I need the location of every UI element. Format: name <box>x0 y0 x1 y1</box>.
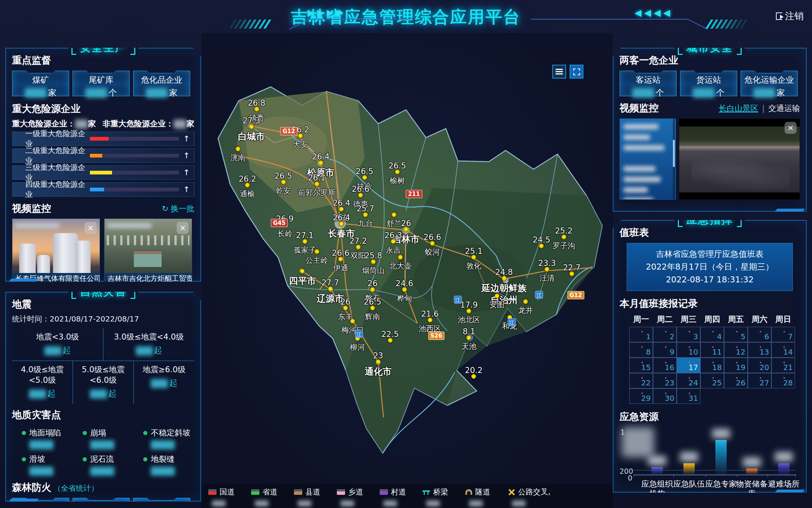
camera-thumbnail-1[interactable]: ×吉林市吉化北方炬醌工贸责任... <box>104 218 192 284</box>
camera-list-item-2[interactable] <box>624 144 670 149</box>
calendar-day-16[interactable]: 16 <box>653 358 677 373</box>
hazard-summary-item-0: 重大危险源企业：家 <box>12 118 96 129</box>
logout-label: 注销 <box>785 10 804 22</box>
camera-list-scrollbar[interactable] <box>673 119 675 199</box>
calendar-day-7[interactable]: 7 <box>771 327 795 342</box>
video-player[interactable]: × <box>679 118 800 200</box>
calendar-heading: 本月值班接报记录 <box>620 297 800 310</box>
city-label-24: 烟筒山 <box>362 265 385 276</box>
calendar-day-31[interactable]: 31 <box>677 388 700 404</box>
legend-item-桥梁[interactable]: 桥梁 <box>423 487 465 506</box>
card-notch <box>86 498 116 500</box>
calendar-day-12[interactable]: 12 <box>724 342 748 358</box>
camera-list-item-0[interactable] <box>624 123 670 128</box>
quake-cell-1-1: 5.0级≤地震<6.0级起 <box>73 361 133 404</box>
calendar-day-22[interactable]: 22 <box>629 373 653 388</box>
poi-marker[interactable] <box>350 318 355 323</box>
map-fullscreen-button[interactable] <box>570 65 583 79</box>
refresh-batch-button[interactable]: ↻ 换一批 <box>162 203 194 214</box>
video-tab-0[interactable]: 长白山景区 <box>719 103 758 114</box>
calendar-day-13[interactable]: 13 <box>748 342 771 358</box>
close-thumbnail-icon[interactable]: × <box>177 222 189 234</box>
forest-card-1[interactable]: 山脉处 <box>73 498 130 508</box>
legend-item-国道[interactable]: 国道 <box>208 487 251 506</box>
calendar-day-20[interactable]: 20 <box>748 358 771 373</box>
supervision-card-0[interactable]: 煤矿家 <box>12 71 69 96</box>
enterprise-card-0[interactable]: 客运站个 <box>620 71 677 96</box>
calendar-day-19[interactable]: 19 <box>724 358 748 373</box>
calendar-day-21[interactable]: 21 <box>771 358 795 373</box>
duty-heading: 值班表 <box>620 226 800 239</box>
video-tab-1[interactable]: 交通运输 <box>768 103 800 114</box>
map-layers-button[interactable] <box>552 65 566 79</box>
logout-button[interactable]: 注销 <box>776 10 804 22</box>
axis-tick <box>673 475 674 477</box>
supervision-card-2[interactable]: 危化品企业家 <box>133 71 190 96</box>
calendar-day-11[interactable]: 11 <box>700 342 724 358</box>
calendar-day-3[interactable]: 3 <box>677 327 700 342</box>
hazard-level-label: 四级重大危险源企业 <box>12 179 90 200</box>
poi-marker[interactable] <box>314 249 319 254</box>
legend-item-乡道[interactable]: 乡道 <box>337 487 380 506</box>
city-label-33: 罗子沟 <box>553 241 575 251</box>
calendar-day-23[interactable]: 23 <box>653 373 677 388</box>
calendar-day-9[interactable]: 9 <box>653 342 677 358</box>
calendar-day-1[interactable]: 1 <box>629 327 653 342</box>
calendar-day-15[interactable]: 15 <box>629 358 653 373</box>
enterprise-card-1[interactable]: 货运站个 <box>680 71 737 96</box>
forest-card-2[interactable]: 防火重点地处 <box>133 498 190 508</box>
temperature-label: 26 <box>368 279 378 288</box>
legend-item-村道[interactable]: 村道 <box>380 487 423 506</box>
calendar-day-29[interactable]: 29 <box>629 388 653 404</box>
legend-item-省道[interactable]: 省道 <box>251 487 294 506</box>
supervision-value-blurred <box>146 88 168 98</box>
panel-safety-production: 安全生产 重点监督 煤矿家尾矿库个危化品企业家 重大危险源企业 重大危险源企业：… <box>5 48 201 282</box>
poi-marker[interactable] <box>398 255 403 259</box>
close-thumbnail-icon[interactable]: × <box>85 222 97 234</box>
calendar-day-30[interactable]: 30 <box>653 388 677 404</box>
close-video-icon[interactable]: × <box>785 122 797 134</box>
enterprise-card-2[interactable]: 危化运输企业家 <box>741 71 798 96</box>
supervision-unit: 家 <box>169 87 177 99</box>
calendar-day-8[interactable]: 8 <box>629 342 653 358</box>
calendar-day-5[interactable]: 5 <box>724 327 748 342</box>
city-label-19: 公主岭 <box>306 255 328 265</box>
legend-item-隧道[interactable]: 隧道 <box>465 487 508 506</box>
bracket-right <box>130 41 135 55</box>
duty-roster-card[interactable]: 吉林省应急管理厅应急值班表2022年8月17日（今日，星期三）2022-08-1… <box>627 243 793 291</box>
calendar-day-14[interactable]: 14 <box>771 342 795 358</box>
quake-range-label: 4.0级≤地震<5.0级 <box>12 364 73 385</box>
calendar-day-2[interactable]: 2 <box>653 327 677 342</box>
legend-label: 村道 <box>391 487 406 497</box>
camera-list-item-1[interactable] <box>624 133 670 139</box>
poi-marker[interactable] <box>392 212 397 217</box>
legend-item-公路交叉,[interactable]: 公路交叉, <box>508 487 551 506</box>
calendar-day-27[interactable]: 27 <box>748 373 771 388</box>
calendar-day-10[interactable]: 10 <box>677 342 700 358</box>
calendar-day-18[interactable]: 18 <box>700 358 724 373</box>
calendar-day-24[interactable]: 24 <box>677 373 700 388</box>
calendar-day-25[interactable]: 25 <box>700 373 724 388</box>
supervision-card-1[interactable]: 尾矿库个 <box>73 71 130 96</box>
province-map[interactable]: 26.8镇赉27.3白城市洮南26.2大安26.2通榆26.4松原市26.1前郭… <box>201 33 613 508</box>
poi-marker[interactable] <box>494 294 499 299</box>
legend-item-县道[interactable]: 县道 <box>294 487 337 506</box>
redacted-value <box>426 500 440 506</box>
calendar-day-17[interactable]: 17 <box>677 358 700 373</box>
camera-list-item-4[interactable] <box>624 165 670 170</box>
poi-marker[interactable] <box>300 268 305 273</box>
calendar-day-6[interactable]: 6 <box>748 327 771 342</box>
temperature-label: 25.2 <box>555 226 573 235</box>
poi-marker[interactable] <box>523 299 528 304</box>
calendar-day-4[interactable]: 4 <box>700 327 724 342</box>
bracket-left <box>678 213 683 227</box>
calendar-day-28[interactable]: 28 <box>771 373 795 388</box>
camera-thumbnail-0[interactable]: ×长春巨峰气体有限责任公司 <box>12 218 100 284</box>
camera-list-item-6[interactable] <box>624 186 670 191</box>
calendar-day-26[interactable]: 26 <box>724 373 748 388</box>
refresh-icon: ↻ <box>162 204 168 213</box>
camera-list[interactable] <box>620 118 676 200</box>
poi-marker[interactable] <box>235 146 240 151</box>
camera-list-item-5[interactable] <box>624 175 670 181</box>
camera-list-item-7[interactable] <box>624 196 670 200</box>
